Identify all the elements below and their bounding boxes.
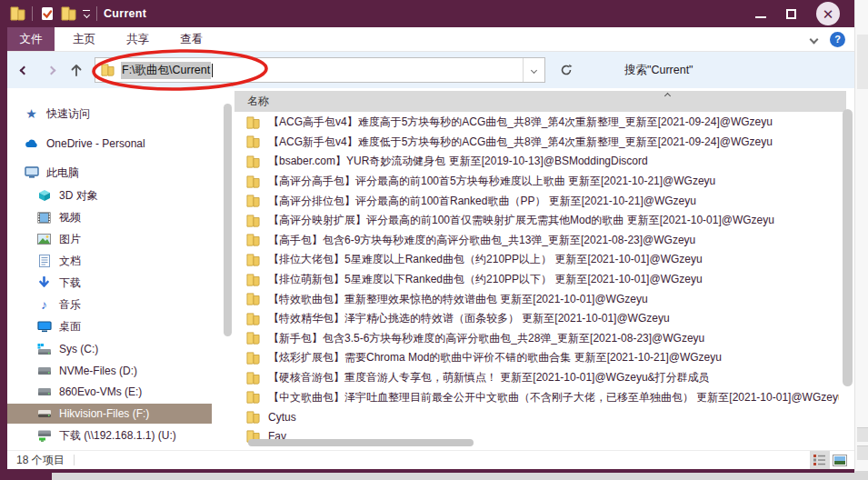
thumbnail-view-icon (833, 455, 847, 466)
file-name: 【高评分排位包】评分最高的前100首Ranked歌曲（PP） 更新至[2021-… (268, 194, 696, 209)
item-count: 18 个项目 (16, 453, 65, 468)
file-row[interactable]: 【ACG新手包v4】难度低于5方块每秒的ACG曲包_共8弹_第4次重新整理_更新… (234, 133, 839, 153)
file-row[interactable]: 【ACG高手包v4】难度高于5方块每秒的ACG曲包_共8弹_第4次重新整理_更新… (234, 113, 839, 133)
sidebar-item-onedrive[interactable]: OneDrive - Personal (7, 134, 212, 154)
maximize-button[interactable] (786, 9, 796, 19)
file-name: 【新手包】包含3.5-6方块每秒难度的高评分歌曲包_共28弹_更新至[2021-… (268, 331, 704, 346)
file-row[interactable]: 【排位大佬包】5星难度以上Ranked曲包（约210PP以上） 更新至[2021… (234, 250, 839, 270)
forward-icon (46, 65, 55, 75)
folder-icon (245, 135, 261, 149)
background-scrollbar (857, 35, 868, 89)
sidebar-item-3d-objects[interactable]: 3D 对象 (7, 185, 212, 205)
up-arrow-icon (70, 64, 83, 76)
qat-customize-dropdown-icon[interactable] (83, 10, 90, 18)
tab-view[interactable]: 查看 (167, 27, 215, 51)
horizontal-scrollbar[interactable] (248, 439, 474, 446)
help-button[interactable]: ? (830, 32, 845, 47)
picture-icon (36, 232, 52, 246)
folder-icon (245, 194, 261, 208)
file-name: 【排位萌新包】5星难度以下Ranked曲包（约210PP以下） 更新至[2021… (268, 272, 703, 287)
address-input[interactable]: F:\歌曲包\Current (121, 62, 211, 79)
thumbnail-view-button[interactable] (830, 451, 850, 469)
folder-icon (245, 410, 261, 425)
address-bar[interactable]: F:\歌曲包\Current (95, 57, 545, 83)
sidebar-item-documents[interactable]: 文档 (7, 251, 212, 271)
file-name: 【ACG高手包v4】难度高于5方块每秒的ACG曲包_共8弹_第4次重新整理_更新… (268, 115, 773, 130)
folder-icon (245, 292, 261, 306)
ribbon-tab-bar: 文件 主页 共享 查看 ? (7, 27, 854, 52)
minimize-button[interactable] (755, 16, 766, 18)
close-icon: ✕ (823, 7, 834, 21)
file-row[interactable]: Cytus (234, 407, 839, 427)
file-name: 【硬核音游包】重度音游人专享包，萌新慎点！ 更新至[2021-10-01]@WG… (268, 370, 710, 385)
file-row[interactable]: 【特效精华包】泽宇精心挑选的特效谱（面条较多） 更新至[2021-10-01]@… (234, 309, 839, 329)
back-button[interactable] (15, 52, 32, 88)
refresh-button[interactable] (556, 52, 576, 88)
up-button[interactable] (67, 52, 85, 88)
screen: Current ✕ 文件 主页 共享 查看 ? (0, 0, 868, 480)
desktop-icon (36, 319, 52, 334)
details-view-button[interactable] (810, 451, 830, 469)
sidebar-item-drive-e[interactable]: 860Evo-VMs (E:) (7, 382, 212, 402)
file-name: 【ACG新手包v4】难度低于5方块每秒的ACG曲包_共8弹_第4次重新整理_更新… (268, 135, 773, 150)
file-row[interactable]: 【高评分高手包】评分最高的前100首5方块每秒难度以上歌曲 更新至[2021-1… (234, 172, 839, 192)
explorer-window: Current ✕ 文件 主页 共享 查看 ? (0, 0, 854, 473)
sidebar-item-drive-c[interactable]: Sys (C:) (7, 339, 212, 359)
chevron-down-icon (531, 66, 537, 73)
file-row[interactable]: 【硬核音游包】重度音游人专享包，萌新慎点！ 更新至[2021-10-01]@WG… (234, 368, 839, 388)
cloud-icon (24, 136, 39, 151)
sidebar-item-pictures[interactable]: 图片 (7, 229, 212, 249)
sort-ascending-icon (664, 93, 671, 99)
sidebar-item-drive-d[interactable]: NVMe-Files (D:) (7, 361, 212, 381)
back-icon (19, 65, 28, 75)
title-bar[interactable]: Current ✕ (7, 0, 854, 27)
sidebar-item-desktop[interactable]: 桌面 (7, 316, 212, 336)
expand-ribbon-icon[interactable] (810, 35, 819, 44)
file-name: 【排位大佬包】5星难度以上Ranked曲包（约210PP以上） 更新至[2021… (268, 252, 703, 267)
refresh-icon (560, 64, 573, 76)
tab-file[interactable]: 文件 (7, 27, 55, 51)
file-row[interactable]: 【高手包】包含6-9方块每秒难度的高评分歌曲包_共13弹_更新至[2021-08… (234, 231, 839, 251)
file-row[interactable]: 【新手包】包含3.5-6方块每秒难度的高评分歌曲包_共28弹_更新至[2021-… (234, 329, 839, 349)
sidebar-item-network-drive-u[interactable]: 下载 (\\192.168.1.1) (U:) (7, 425, 212, 445)
sidebar-item-quick-access[interactable]: ★ 快速访问 (7, 104, 212, 124)
text-cursor (212, 64, 213, 77)
column-header-name[interactable]: 名称 (234, 91, 846, 112)
file-rows: 【ACG高手包v4】难度高于5方块每秒的ACG曲包_共8弹_第4次重新整理_更新… (234, 113, 839, 446)
vertical-scrollbar[interactable] (843, 109, 853, 386)
sidebar-item-videos[interactable]: 视频 (7, 207, 212, 227)
file-row[interactable]: 【bsaber.com】YUR奇妙流动健身包 更新至[2019-10-13]@B… (234, 152, 839, 172)
folder-icon (245, 155, 261, 169)
music-note-icon: ♪ (36, 297, 52, 312)
file-row[interactable]: 【炫彩扩展包】需要Chroma Mod的歌曲中评价不错的歌曲合集 更新至[202… (234, 348, 839, 368)
file-row[interactable]: 【中文歌曲包】泽宇吐血整理目前最全公开中文歌曲（不含刚子大佬，已移至单独曲包） … (234, 387, 839, 407)
sidebar-item-music[interactable]: ♪ 音乐 (7, 295, 212, 315)
new-folder-icon[interactable] (61, 6, 76, 21)
file-row[interactable]: 【特效歌曲包】重新整理效果惊艳的特效谱曲包 更新至[2021-10-01]@WG… (234, 289, 839, 309)
address-dropdown-button[interactable] (523, 58, 544, 82)
sidebar-scrollbar[interactable] (224, 104, 232, 336)
system-drive-icon (36, 342, 52, 356)
file-row[interactable]: 【排位萌新包】5星难度以下Ranked曲包（约210PP以下） 更新至[2021… (234, 270, 839, 290)
sidebar-item-downloads[interactable]: 下载 (7, 273, 212, 293)
tab-home[interactable]: 主页 (60, 27, 108, 51)
app-folder-icon (10, 6, 25, 21)
sidebar-item-this-pc[interactable]: 此电脑 (7, 163, 212, 183)
background-bar (857, 445, 868, 460)
search-box[interactable]: 搜索"Current" (624, 52, 693, 88)
film-icon (36, 210, 52, 225)
forward-button[interactable] (43, 52, 59, 88)
file-row[interactable]: 【高评分映射扩展】评分最高的前100首仅需映射扩展无需其他Mod的歌曲 更新至[… (234, 211, 839, 231)
file-row[interactable]: 【高评分排位包】评分最高的前100首Ranked歌曲（PP） 更新至[2021-… (234, 191, 839, 211)
properties-check-icon[interactable] (39, 6, 55, 21)
download-arrow-icon (36, 275, 52, 290)
file-list-pane: 名称 【ACG高手包v4】难度高于5方块每秒的ACG曲包_共8弹_第4次重新整理… (234, 88, 854, 450)
star-icon: ★ (24, 106, 39, 121)
file-name: Cytus (268, 411, 296, 424)
folder-icon (245, 115, 261, 130)
close-button[interactable]: ✕ (816, 2, 840, 25)
tab-share[interactable]: 共享 (114, 27, 162, 51)
file-name: 【特效精华包】泽宇精心挑选的特效谱（面条较多） 更新至[2021-10-01]@… (268, 311, 670, 326)
sidebar-item-drive-f[interactable]: Hikvision-Files (F:) (7, 404, 212, 424)
folder-icon (245, 214, 261, 228)
